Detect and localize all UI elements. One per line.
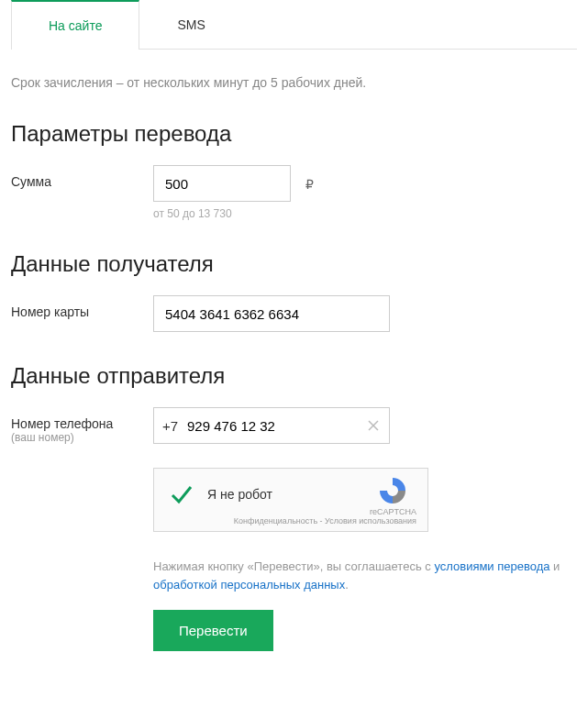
phone-prefix: +7 [162,418,178,434]
captcha-label: Я не робот [207,487,272,502]
recaptcha-widget[interactable]: Я не робот reCAPTCHA Конфиденциальность … [153,468,428,532]
privacy-link[interactable]: обработкой персональных данных [153,578,345,592]
amount-input[interactable] [153,165,291,202]
section-params-title: Параметры перевода [11,121,577,147]
tab-onsite[interactable]: На сайте [11,0,139,50]
phone-input[interactable] [153,407,390,444]
tab-sms[interactable]: SMS [139,0,242,49]
section-sender-title: Данные отправителя [11,363,577,389]
card-label: Номер карты [11,295,153,319]
checkmark-icon [169,481,194,507]
section-recipient-title: Данные получателя [11,251,577,277]
crediting-hint: Срок зачисления – от нескольких минут до… [11,75,577,90]
recaptcha-brand: reCAPTCHA [370,507,416,516]
captcha-privacy-terms: Конфиденциальность - Условия использован… [165,516,416,525]
amount-label: Сумма [11,165,153,189]
recaptcha-logo-icon [378,476,407,505]
clear-icon[interactable] [366,418,381,433]
card-input[interactable] [153,295,390,332]
amount-range-hint: от 50 до 13 730 [153,207,577,220]
currency-symbol: ₽ [305,177,314,192]
submit-button[interactable]: Перевести [153,610,273,651]
phone-label: Номер телефона [11,416,153,431]
tabs: На сайте SMS [11,0,577,50]
terms-link[interactable]: условиями перевода [434,559,549,573]
phone-sublabel: (ваш номер) [11,431,153,444]
legal-text: Нажимая кнопку «Перевести», вы соглашает… [153,558,577,593]
